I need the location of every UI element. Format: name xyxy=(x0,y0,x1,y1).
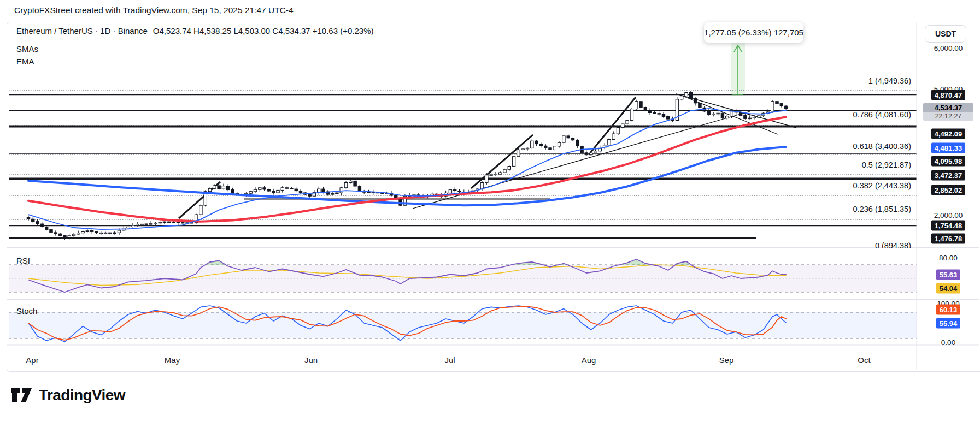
price-axis-label: 6,000.00 xyxy=(917,44,980,52)
tradingview-logo-text: TradingView xyxy=(39,387,125,404)
fib-level-label: 0.618 (3,400.36) xyxy=(853,142,911,151)
price-axis-label: 0.00 xyxy=(917,338,980,347)
badge-value: 55.63 xyxy=(936,270,961,280)
price-axis-badge: 55.63 xyxy=(917,270,980,280)
badge-value: 4,492.09 xyxy=(931,129,966,139)
price-axis-label: 2,000.00 xyxy=(917,211,980,219)
price-axis-badge: 4,870.47 xyxy=(917,90,980,100)
currency-toggle-button[interactable]: USDT xyxy=(925,25,966,43)
chart-legend: Ethereum / TetherUS · 1D · BinanceO4,523… xyxy=(16,26,374,35)
time-axis-month[interactable]: Jul xyxy=(444,355,455,365)
badge-value: 60.13 xyxy=(936,305,961,315)
fib-level-label: 0.382 (2,443.38) xyxy=(853,181,911,190)
credit-line: CryptoFXStreet created with TradingView.… xyxy=(14,5,294,15)
time-axis-month[interactable]: Aug xyxy=(582,355,596,365)
price-axis-badge: 2,852.02 xyxy=(917,185,980,195)
current-price-badge: 4,534.37 22:12:27 xyxy=(917,103,980,121)
price-axis-badge: 4,481.33 xyxy=(917,143,980,153)
price-axis-badge: 54.04 xyxy=(917,283,980,294)
ema-indicator-label: EMA xyxy=(16,57,34,66)
fib-level-label: 0.5 (2,921.87) xyxy=(862,161,911,169)
time-axis-month[interactable]: Apr xyxy=(26,355,38,365)
badge-value: 1,476.78 xyxy=(931,234,966,244)
fib-level-label: 0.786 (4,081.60) xyxy=(853,110,911,119)
tradingview-logo[interactable]: TradingView xyxy=(11,387,125,404)
price-axis-badge: 1,476.78 xyxy=(917,234,980,244)
price-axis-badge: 4,492.09 xyxy=(917,129,980,139)
price-axis-badge: 60.13 xyxy=(917,305,980,315)
measure-tooltip: 1,277.05 (26.33%) 127,705 xyxy=(704,22,803,43)
chart-widget xyxy=(7,22,980,372)
price-axis-badge: 55.94 xyxy=(917,318,980,329)
tradingview-logo-icon xyxy=(11,388,33,403)
badge-value: 54.04 xyxy=(936,283,961,294)
badge-value: 2,852.02 xyxy=(931,185,966,195)
stoch-pane-label: Stoch xyxy=(16,306,37,316)
smas-indicator-label: SMAs xyxy=(16,44,38,54)
time-axis-month[interactable]: Oct xyxy=(858,355,870,365)
time-axis-month[interactable]: May xyxy=(165,355,180,365)
rsi-pane-label: RSI xyxy=(16,256,30,265)
fib-level-label: 1 (4,949.36) xyxy=(868,76,911,85)
fib-level-label: 0.236 (1,851.35) xyxy=(853,205,911,213)
badge-value: 3,472.37 xyxy=(931,170,966,181)
price-axis-badge: 1,754.48 xyxy=(917,221,980,231)
badge-value: 4,870.47 xyxy=(931,90,966,100)
price-axis-badge: 4,095.98 xyxy=(917,156,980,167)
time-axis-month[interactable]: Jun xyxy=(304,355,318,365)
ohlc-values: O4,523.74 H4,538.25 L4,503.00 C4,534.37 … xyxy=(153,26,374,35)
fib-level-label-clipped: 0 (894.38) xyxy=(875,242,911,248)
candle-countdown: 22:12:27 xyxy=(923,112,973,121)
time-axis-month[interactable]: Sep xyxy=(719,355,734,365)
price-axis-badge: 3,472.37 xyxy=(917,170,980,181)
badge-value: 4,481.33 xyxy=(931,143,966,153)
badge-value: 4,095.98 xyxy=(931,156,966,167)
badge-value: 55.94 xyxy=(936,318,961,329)
symbol-title: Ethereum / TetherUS · 1D · Binance xyxy=(16,26,148,35)
current-price-value: 4,534.37 xyxy=(923,103,973,112)
badge-value: 1,754.48 xyxy=(931,221,966,231)
price-axis-label: 80.00 xyxy=(917,254,980,262)
